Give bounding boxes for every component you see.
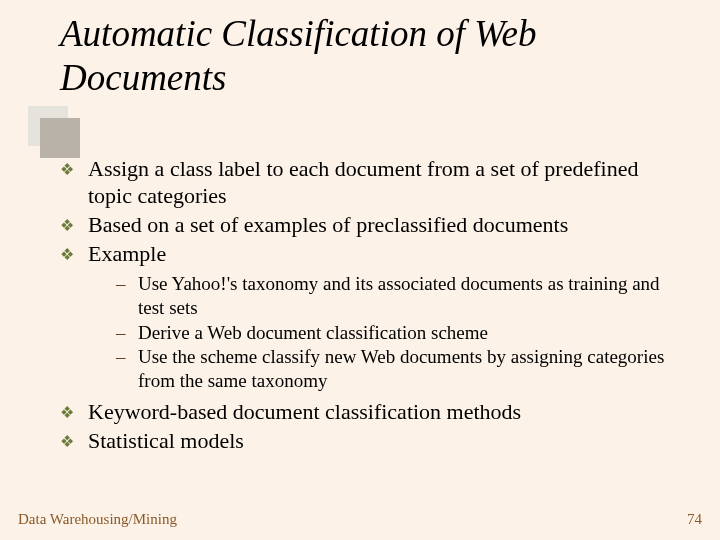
ornament-square-dark [40, 118, 80, 158]
diamond-bullet-icon: ❖ [60, 156, 88, 183]
dash-bullet-icon: – [116, 321, 138, 345]
list-item-text: Example [88, 241, 680, 268]
list-item-text: Assign a class label to each document fr… [88, 156, 680, 210]
footer-left-text: Data Warehousing/Mining [18, 511, 177, 528]
sub-list: – Use Yahoo!'s taxonomy and its associat… [116, 272, 680, 394]
diamond-bullet-icon: ❖ [60, 399, 88, 426]
title-corner-ornament [28, 106, 80, 158]
diamond-bullet-icon: ❖ [60, 241, 88, 268]
diamond-bullet-icon: ❖ [60, 212, 88, 239]
sub-list-item: – Derive a Web document classification s… [116, 321, 680, 345]
diamond-bullet-icon: ❖ [60, 428, 88, 455]
sub-list-item-text: Use Yahoo!'s taxonomy and its associated… [138, 272, 680, 320]
sub-list-item: – Use the scheme classify new Web docume… [116, 345, 680, 393]
slide-footer: Data Warehousing/Mining 74 [18, 511, 702, 528]
sub-list-item: – Use Yahoo!'s taxonomy and its associat… [116, 272, 680, 320]
list-item: ❖ Assign a class label to each document … [60, 156, 680, 210]
dash-bullet-icon: – [116, 272, 138, 296]
slide-title: Automatic Classification of Web Document… [60, 12, 690, 99]
sub-list-item-text: Derive a Web document classification sch… [138, 321, 680, 345]
list-item: ❖ Statistical models [60, 428, 680, 455]
dash-bullet-icon: – [116, 345, 138, 369]
sub-list-item-text: Use the scheme classify new Web document… [138, 345, 680, 393]
list-item-text: Based on a set of examples of preclassif… [88, 212, 680, 239]
slide-body: ❖ Assign a class label to each document … [60, 156, 680, 457]
list-item: ❖ Based on a set of examples of preclass… [60, 212, 680, 239]
list-item-text: Keyword-based document classification me… [88, 399, 680, 426]
list-item: ❖ Example [60, 241, 680, 268]
page-number: 74 [687, 511, 702, 528]
list-item-text: Statistical models [88, 428, 680, 455]
slide-title-block: Automatic Classification of Web Document… [60, 12, 690, 99]
list-item: ❖ Keyword-based document classification … [60, 399, 680, 426]
